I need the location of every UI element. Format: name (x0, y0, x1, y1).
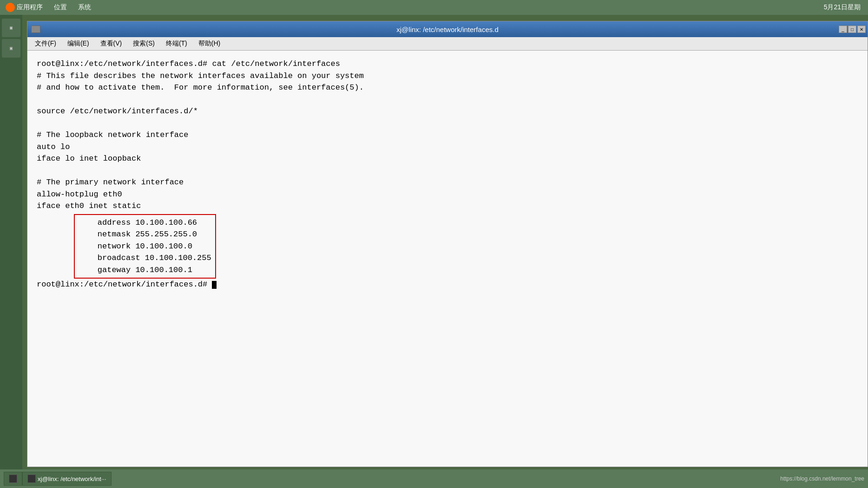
window-controls: _ □ ✕ (839, 26, 866, 33)
title-text: xj@linx: /etc/network/interfaces.d (396, 26, 498, 33)
side-icon-1: ▣ (10, 25, 13, 31)
term-line-8: iface lo inet loopback (37, 153, 858, 165)
taskbar-bottom: xj@linx: /etc/network/int··· https://blo… (0, 469, 868, 488)
maximize-button[interactable]: □ (848, 26, 856, 33)
app-menu-label[interactable]: 应用程序 (17, 3, 43, 12)
app-menu-logo[interactable]: 应用程序 (0, 1, 48, 14)
menu-view[interactable]: 查看(V) (97, 38, 126, 49)
side-panel-item-2[interactable]: ▣ (2, 39, 20, 58)
datetime-display: 5月21日星期 (824, 3, 868, 12)
cursor (212, 281, 217, 289)
config-address: address 10.100.100.66 (79, 217, 211, 229)
menu-terminal[interactable]: 终端(T) (162, 38, 191, 49)
term-line-7: auto lo (37, 141, 858, 153)
taskbar-bottom-right-link: https://blog.csdn.net/lemmon_tree (780, 475, 864, 482)
term-line-6: # The loopback network interface (37, 129, 858, 141)
location-menu[interactable]: 位置 (48, 1, 72, 13)
highlighted-network-config: address 10.100.100.66 netmask 255.255.25… (74, 214, 216, 279)
term-line-12: iface eth0 inet static (37, 200, 858, 212)
config-broadcast: broadcast 10.100.100.255 (79, 252, 211, 264)
logo-icon (6, 3, 15, 12)
terminal-task-label: xj@linx: /etc/network/int··· (38, 475, 106, 482)
term-line-2: # and how to activate them. For more inf… (37, 82, 858, 94)
terminal-window: xj@linx: /etc/network/interfaces.d _ □ ✕… (27, 21, 868, 467)
system-menu[interactable]: 系统 (72, 1, 97, 13)
taskbar-terminal-task[interactable]: xj@linx: /etc/network/int··· (22, 472, 112, 486)
config-gateway: gateway 10.100.100.1 (79, 264, 211, 276)
terminal-icon (31, 26, 40, 33)
term-line-0: root@linx:/etc/network/interfaces.d# cat… (37, 58, 858, 70)
menu-file[interactable]: 文件(F) (31, 38, 60, 49)
term-line-1: # This file describes the network interf… (37, 70, 858, 82)
terminal-task-icon (27, 475, 36, 483)
term-line-9 (37, 165, 858, 177)
close-button[interactable]: ✕ (857, 26, 866, 33)
term-line-11: allow-hotplug eth0 (37, 189, 858, 201)
terminal-content[interactable]: root@linx:/etc/network/interfaces.d# cat… (27, 51, 868, 467)
config-network: network 10.100.100.0 (79, 241, 211, 253)
menu-search[interactable]: 搜索(S) (129, 38, 158, 49)
side-panel-item-1[interactable]: ▣ (2, 19, 20, 37)
minimize-button[interactable]: _ (839, 26, 847, 33)
desktop-icon (9, 475, 17, 483)
term-prompt: root@linx:/etc/network/interfaces.d# (37, 279, 858, 291)
taskbar-show-desktop[interactable] (4, 472, 22, 486)
title-bar: xj@linx: /etc/network/interfaces.d _ □ ✕ (27, 21, 868, 37)
term-line-5 (37, 117, 858, 130)
side-icon-2: ▣ (10, 46, 13, 51)
term-line-4: source /etc/network/interfaces.d/* (37, 105, 858, 117)
menu-help[interactable]: 帮助(H) (195, 38, 224, 49)
menu-edit[interactable]: 编辑(E) (64, 38, 93, 49)
term-line-10: # The primary network interface (37, 176, 858, 189)
config-netmask: netmask 255.255.255.0 (79, 228, 211, 241)
side-panel: ▣ ▣ (0, 15, 22, 469)
menu-bar: 文件(F) 编辑(E) 查看(V) 搜索(S) 终端(T) 帮助(H) (27, 37, 868, 51)
term-line-3 (37, 94, 858, 106)
desktop: 应用程序 位置 系统 5月21日星期 ▣ ▣ 数组服务器 ✕ 应用服务器 ✕ x… (0, 0, 868, 488)
taskbar-top: 应用程序 位置 系统 5月21日星期 (0, 0, 868, 15)
